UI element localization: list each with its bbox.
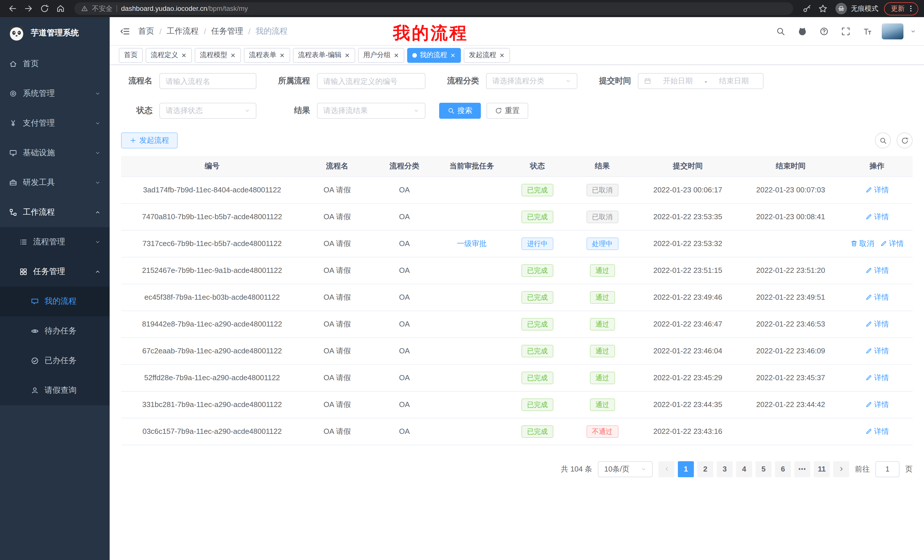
browser-menu-icon[interactable]	[907, 4, 915, 13]
sidebar-item-infrastructure[interactable]: 基础设施	[0, 138, 110, 168]
cell-submit-time: 2022-01-22 23:44:35	[636, 391, 740, 418]
close-icon[interactable]	[393, 52, 399, 58]
close-icon[interactable]	[499, 52, 505, 58]
sidebar-item-system[interactable]: 系统管理	[0, 79, 110, 108]
tab-process-form-edit[interactable]: 流程表单-编辑	[293, 48, 355, 63]
detail-button[interactable]: 详情	[865, 185, 889, 195]
page-button-4[interactable]: 4	[736, 461, 752, 477]
detail-button[interactable]: 详情	[865, 292, 889, 302]
update-label: 更新	[891, 4, 904, 13]
page-button-2[interactable]: 2	[697, 461, 713, 477]
cell-result: 已取消	[569, 203, 636, 230]
search-button[interactable]: 搜索	[439, 103, 481, 119]
cell-id: 331bc281-7b9a-11ec-a290-acde48001122	[121, 391, 303, 418]
fullscreen-button[interactable]	[838, 24, 853, 39]
browser-forward-button[interactable]	[22, 2, 35, 15]
tab-home[interactable]: 首页	[119, 48, 143, 63]
close-icon[interactable]	[181, 52, 187, 58]
status-select[interactable]: 请选择状态	[159, 103, 256, 119]
close-icon[interactable]	[230, 52, 236, 58]
github-button[interactable]	[795, 24, 810, 39]
password-manager-button[interactable]	[800, 2, 814, 15]
submit-time-range-picker[interactable]: 开始日期 - 结束日期	[638, 73, 764, 89]
tab-process-definition[interactable]: 流程定义	[146, 48, 192, 63]
breadcrumb-item[interactable]: 首页	[138, 26, 154, 36]
app-logo[interactable]: 芋道管理系统	[0, 17, 110, 49]
detail-button[interactable]: 详情	[865, 211, 889, 222]
page-size-select[interactable]: 10条/页	[598, 461, 653, 477]
tab-label: 流程模型	[200, 50, 227, 60]
browser-home-button[interactable]	[54, 2, 68, 15]
detail-button[interactable]: 详情	[880, 238, 904, 249]
sidebar-item-devtools[interactable]: 研发工具	[0, 168, 110, 198]
process-definition-input[interactable]	[317, 73, 426, 89]
process-name-input[interactable]	[159, 73, 256, 89]
tab-user-group[interactable]: 用户分组	[358, 48, 404, 63]
tab-start-process[interactable]: 发起流程	[464, 48, 510, 63]
cell-status: 已完成	[506, 418, 569, 445]
pencil-icon	[865, 428, 872, 435]
page-button-11[interactable]: 11	[814, 461, 830, 477]
reset-button[interactable]: 重置	[486, 103, 528, 119]
header-search-button[interactable]	[773, 24, 788, 39]
cell-name: OA 请假	[303, 391, 371, 418]
result-select[interactable]: 请选择流结果	[317, 103, 426, 119]
tab-label: 流程定义	[151, 50, 178, 60]
close-icon[interactable]	[279, 52, 285, 58]
detail-button[interactable]: 详情	[865, 265, 889, 276]
result-tag: 已取消	[586, 184, 618, 196]
more-pages-button[interactable]: •••	[794, 461, 810, 477]
close-icon[interactable]	[450, 52, 456, 58]
category-select[interactable]: 请选择流程分类	[486, 73, 578, 89]
create-process-button[interactable]: 发起流程	[121, 132, 178, 148]
sidebar-item-todo-task[interactable]: 待办任务	[0, 316, 110, 346]
next-page-button[interactable]	[833, 461, 849, 477]
prev-page-button[interactable]	[658, 461, 675, 477]
breadcrumb-item[interactable]: 工作流程	[167, 26, 199, 36]
detail-button[interactable]: 详情	[865, 373, 889, 383]
cancel-button[interactable]: 取消	[850, 238, 874, 249]
sidebar-item-workflow[interactable]: 工作流程	[0, 198, 110, 227]
page-button-3[interactable]: 3	[717, 461, 733, 477]
reset-button-label: 重置	[505, 106, 520, 116]
page-button-5[interactable]: 5	[756, 461, 771, 477]
pencil-icon	[865, 213, 872, 220]
font-size-button[interactable]	[860, 24, 875, 39]
sidebar-item-done-task[interactable]: 已办任务	[0, 346, 110, 376]
cell-submit-time: 2022-01-22 23:46:04	[636, 337, 740, 364]
sidebar-item-home[interactable]: 首页	[0, 49, 110, 79]
tab-process-model[interactable]: 流程模型	[195, 48, 241, 63]
status-tag: 已完成	[521, 291, 554, 303]
app-header: 首页/工作流程/任务管理/我的流程	[110, 17, 924, 46]
detail-button[interactable]: 详情	[865, 319, 889, 329]
refresh-table-button[interactable]	[897, 132, 913, 148]
detail-button[interactable]: 详情	[865, 346, 889, 356]
address-bar[interactable]: 不安全 dashboard.yudao.iocoder.cn/bpm/task/…	[74, 2, 793, 15]
browser-reload-button[interactable]	[38, 2, 51, 15]
chevron-down-icon[interactable]	[910, 28, 916, 34]
goto-page-input[interactable]	[876, 461, 900, 477]
sidebar-item-leave-query[interactable]: 请假查询	[0, 376, 110, 405]
detail-button[interactable]: 详情	[865, 426, 889, 436]
page-button-1[interactable]: 1	[678, 461, 694, 477]
close-icon[interactable]	[344, 52, 350, 58]
tab-process-form[interactable]: 流程表单	[244, 48, 290, 63]
detail-button[interactable]: 详情	[865, 399, 889, 410]
bookmark-button[interactable]	[816, 2, 830, 15]
current-task-link[interactable]: 一级审批	[457, 238, 486, 249]
breadcrumb-item[interactable]: 任务管理	[211, 26, 243, 36]
page-button-6[interactable]: 6	[775, 461, 791, 477]
browser-chrome: 不安全 dashboard.yudao.iocoder.cn/bpm/task/…	[0, 0, 924, 17]
toggle-search-button[interactable]	[875, 132, 891, 148]
avatar[interactable]	[882, 23, 903, 39]
tab-my-process[interactable]: 我的流程	[407, 48, 461, 63]
browser-update-button[interactable]: 更新	[884, 2, 918, 15]
help-button[interactable]	[817, 24, 831, 39]
sidebar-item-task-mgmt[interactable]: 任务管理	[0, 257, 110, 287]
sidebar-item-payment[interactable]: 支付管理	[0, 108, 110, 138]
sidebar-item-process-mgmt[interactable]: 流程管理	[0, 227, 110, 257]
browser-back-button[interactable]	[6, 2, 20, 15]
cell-category: OA	[371, 391, 438, 418]
sidebar-toggle-button[interactable]	[118, 24, 132, 39]
sidebar-item-my-process[interactable]: 我的流程	[0, 287, 110, 316]
